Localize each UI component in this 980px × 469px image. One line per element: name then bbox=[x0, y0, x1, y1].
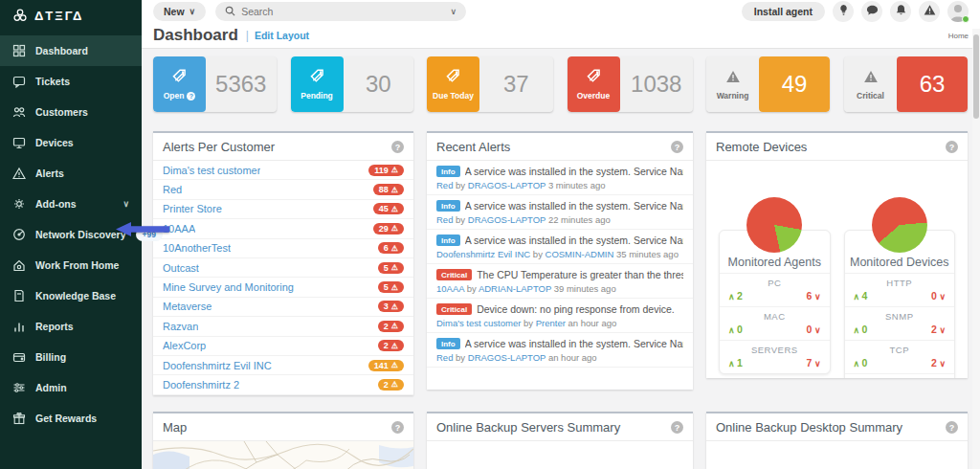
customer-link[interactable]: Razvan bbox=[163, 321, 198, 332]
alert-count-badge[interactable]: 5 bbox=[378, 262, 404, 274]
dashboard-content: Open? 5363 Pending 30 bbox=[142, 49, 980, 469]
user-menu[interactable] bbox=[947, 1, 969, 22]
new-button[interactable]: New ∨ bbox=[153, 2, 206, 21]
alert-item[interactable]: InfoA service was installed in the syste… bbox=[427, 230, 693, 264]
down-count[interactable]: 2 bbox=[931, 324, 946, 335]
stat-card-critical[interactable]: Critical 63 bbox=[844, 56, 968, 112]
device-link[interactable]: Prenter bbox=[536, 318, 566, 328]
search-scope-chevron-icon[interactable]: ∨ bbox=[451, 7, 457, 16]
customer-link[interactable]: 10AAA bbox=[436, 283, 464, 294]
customer-link[interactable]: Printer Store bbox=[163, 203, 222, 214]
help-icon[interactable]: ? bbox=[946, 421, 958, 434]
alert-item[interactable]: InfoA service was installed in the syste… bbox=[427, 161, 693, 195]
customer-link[interactable]: 10AnotherTest bbox=[163, 242, 231, 254]
device-link[interactable]: DRAGOS-LAPTOP bbox=[468, 214, 546, 225]
device-link[interactable]: DRAGOS-LAPTOP bbox=[468, 352, 546, 363]
up-count[interactable]: 0 bbox=[728, 324, 743, 335]
customer-link[interactable]: Dima's test customer bbox=[436, 318, 521, 328]
customer-link[interactable]: Red bbox=[163, 184, 182, 195]
sidebar-item-knowledge-base[interactable]: Knowledge Base bbox=[0, 280, 142, 311]
sidebar-item-reports[interactable]: Reports bbox=[0, 311, 142, 342]
alert-count-badge[interactable]: 2 bbox=[378, 321, 404, 332]
sidebar-item-alerts[interactable]: Alerts bbox=[0, 158, 142, 189]
install-agent-button[interactable]: Install agent bbox=[742, 2, 825, 21]
sidebar-item-work-from-home[interactable]: Work From Home bbox=[0, 250, 142, 280]
sidebar-item-devices[interactable]: Devices bbox=[0, 127, 142, 158]
device-link[interactable]: COSMIN-ADMIN bbox=[546, 249, 614, 259]
alert-count-badge[interactable]: 45 bbox=[373, 203, 404, 214]
sidebar-item-admin[interactable]: Admin bbox=[0, 372, 142, 403]
edit-layout-link[interactable]: Edit Layout bbox=[255, 30, 309, 41]
up-count[interactable]: 0 bbox=[854, 357, 868, 368]
stat-card-overdue[interactable]: Overdue 1038 bbox=[568, 56, 694, 112]
sidebar-item-customers[interactable]: Customers bbox=[0, 97, 142, 127]
down-count[interactable]: 0 bbox=[931, 290, 946, 302]
customer-link[interactable]: Red bbox=[436, 352, 453, 363]
alert-item[interactable]: InfoA service was installed in the syste… bbox=[427, 333, 693, 368]
stat-card-pending[interactable]: Pending 30 bbox=[291, 56, 414, 112]
alert-count-badge[interactable]: 3 bbox=[378, 301, 404, 312]
alert-item[interactable]: CriticalDevice down: no ping response fr… bbox=[427, 299, 693, 333]
up-count[interactable]: 2 bbox=[728, 290, 743, 302]
alerts-shortcut-button[interactable] bbox=[919, 1, 940, 22]
stat-card-open[interactable]: Open? 5363 bbox=[153, 56, 277, 112]
stat-card-due-today[interactable]: Due Today 37 bbox=[427, 56, 553, 112]
alert-count-badge[interactable]: 29 bbox=[373, 223, 404, 234]
help-icon[interactable]: ? bbox=[671, 141, 683, 153]
search-input[interactable] bbox=[241, 6, 444, 17]
customer-link[interactable]: Red bbox=[436, 214, 453, 225]
stat-card-warning[interactable]: Warning 49 bbox=[706, 56, 830, 112]
alert-count-badge[interactable]: 2 bbox=[378, 340, 404, 351]
customer-row: Mine Survey and Monitoring5 bbox=[153, 278, 413, 297]
sidebar-item-add-ons[interactable]: Add-ons ∨ bbox=[0, 189, 142, 219]
customer-link[interactable]: Mine Survey and Monitoring bbox=[163, 281, 294, 293]
alert-item[interactable]: CriticalThe CPU Temperature is greater t… bbox=[427, 264, 693, 299]
monitored-devices-group: Monitored Devices HTTP 40 SNMP 02 bbox=[844, 230, 956, 378]
device-link[interactable]: DRAGOS-LAPTOP bbox=[468, 180, 546, 190]
down-count[interactable]: 2 bbox=[931, 357, 946, 368]
sidebar-item-billing[interactable]: Billing bbox=[0, 342, 142, 372]
alert-count-badge[interactable]: 6 bbox=[378, 242, 404, 254]
alert-count-badge[interactable]: 119 bbox=[368, 165, 404, 176]
customer-link[interactable]: Metaverse bbox=[163, 301, 212, 312]
customer-link[interactable]: Dima's test customer bbox=[163, 165, 260, 176]
help-icon[interactable]: ? bbox=[187, 92, 195, 100]
help-icon[interactable]: ? bbox=[671, 421, 683, 434]
sidebar-item-dashboard[interactable]: Dashboard bbox=[0, 35, 142, 66]
device-link[interactable]: ADRIAN-LAPTOP bbox=[479, 283, 551, 294]
monitored-devices-pie-chart[interactable] bbox=[872, 197, 927, 253]
sidebar-item-tickets[interactable]: Tickets bbox=[0, 66, 142, 97]
customer-link[interactable]: AlexCorp bbox=[163, 340, 206, 351]
help-icon[interactable]: ? bbox=[391, 141, 404, 153]
customer-link[interactable]: Doofenshmirtz Evil INC bbox=[436, 249, 530, 259]
up-count[interactable]: 4 bbox=[854, 290, 868, 302]
breadcrumb[interactable]: Home bbox=[948, 32, 969, 40]
down-count[interactable]: 7 bbox=[807, 357, 821, 368]
help-icon[interactable]: ? bbox=[391, 421, 404, 434]
monitored-agents-pie-chart[interactable] bbox=[746, 197, 802, 253]
customer-link[interactable]: Doofenshmirtz 2 bbox=[163, 379, 239, 391]
sidebar-item-get-rewards[interactable]: Get Rewards bbox=[0, 403, 142, 434]
atera-logo[interactable]: ΔTΞΓΔ bbox=[0, 0, 142, 31]
scrollbar-thumb[interactable] bbox=[973, 34, 979, 119]
global-search[interactable]: ∨ bbox=[215, 2, 466, 21]
map-preview[interactable] bbox=[153, 441, 413, 469]
alert-count-badge[interactable]: 141 bbox=[368, 360, 404, 371]
up-count[interactable]: 0 bbox=[854, 324, 868, 335]
customer-link[interactable]: Doofenshmirtz Evil INC bbox=[163, 360, 272, 371]
alert-count-badge[interactable]: 2 bbox=[378, 379, 404, 391]
page-scrollbar[interactable] bbox=[972, 29, 980, 469]
help-icon[interactable]: ? bbox=[946, 141, 958, 153]
alert-count-badge[interactable]: 88 bbox=[373, 184, 404, 195]
down-count[interactable]: 6 bbox=[807, 290, 821, 302]
alert-item[interactable]: InfoA service was installed in the syste… bbox=[427, 195, 693, 230]
down-count[interactable]: 0 bbox=[807, 324, 821, 335]
whats-new-button[interactable] bbox=[833, 1, 854, 22]
customer-link[interactable]: Outcast bbox=[163, 262, 199, 274]
up-count[interactable]: 1 bbox=[728, 357, 743, 368]
notifications-button[interactable] bbox=[890, 1, 911, 22]
alert-count-badge[interactable]: 5 bbox=[378, 281, 404, 293]
page-header: Dashboard | Edit Layout Home bbox=[142, 24, 980, 49]
customer-link[interactable]: Red bbox=[436, 180, 453, 190]
chat-button[interactable] bbox=[861, 1, 882, 22]
